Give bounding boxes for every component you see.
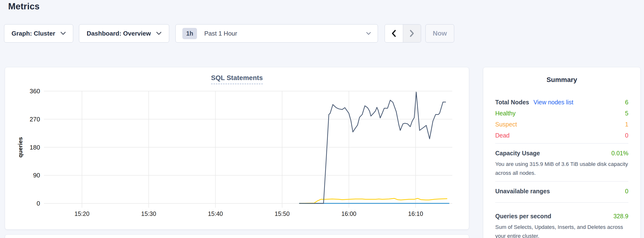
- now-button[interactable]: Now: [426, 24, 454, 43]
- view-nodes-list-link[interactable]: View nodes list: [534, 99, 573, 106]
- time-window-pager: [384, 24, 421, 43]
- queries-per-second-description: Sum of Selects, Updates, Inserts, and De…: [495, 223, 628, 238]
- queries-per-second-value: 328.9: [613, 213, 628, 220]
- healthy-nodes-row: Healthy 5: [495, 108, 628, 119]
- capacity-usage-value: 0.01%: [611, 150, 628, 157]
- chevron-left-icon: [391, 30, 396, 37]
- summary-title: Summary: [483, 76, 640, 84]
- svg-text:15:20: 15:20: [74, 210, 90, 217]
- queries-per-second-section: Queries per second 328.9 Sum of Selects,…: [495, 213, 628, 238]
- dead-label: Dead: [495, 132, 510, 139]
- svg-text:180: 180: [30, 144, 40, 151]
- svg-text:15:30: 15:30: [141, 210, 156, 217]
- sql-statements-line-chart[interactable]: 15:2015:3015:4015:5016:0016:100901802703…: [5, 67, 469, 230]
- chevron-right-icon: [409, 30, 414, 37]
- chevron-down-icon: [366, 32, 371, 35]
- previous-window-button[interactable]: [385, 25, 403, 42]
- dashboard-dropdown[interactable]: Dashboard: Overview: [79, 24, 169, 43]
- svg-text:16:00: 16:00: [342, 210, 356, 217]
- time-range-badge: 1h: [182, 28, 197, 39]
- time-range-label: Past 1 Hour: [204, 30, 237, 37]
- chevron-down-icon: [60, 32, 66, 35]
- total-nodes-row: Total Nodes View nodes list 6: [495, 97, 628, 108]
- capacity-usage-section: Capacity Usage 0.01% You are using 315.9…: [495, 150, 628, 177]
- summary-divider: [495, 202, 628, 203]
- now-button-label: Now: [432, 30, 447, 37]
- queries-per-second-label: Queries per second: [495, 213, 551, 220]
- next-chart-card-partial: [5, 234, 469, 238]
- total-nodes-value: 6: [625, 99, 628, 106]
- svg-text:0: 0: [37, 200, 40, 207]
- graph-scope-dropdown[interactable]: Graph: Cluster: [4, 24, 73, 43]
- total-nodes-label: Total Nodes: [495, 99, 529, 106]
- dead-nodes-row: Dead 0: [495, 130, 628, 141]
- svg-text:90: 90: [33, 172, 40, 179]
- node-status-list: Total Nodes View nodes list 6 Healthy 5 …: [495, 97, 628, 141]
- page-title: Metrics: [8, 2, 40, 12]
- graph-scope-dropdown-label: Graph: Cluster: [12, 30, 55, 37]
- capacity-usage-description: You are using 315.9 MiB of 3.6 TiB usabl…: [495, 160, 628, 177]
- capacity-usage-label: Capacity Usage: [495, 150, 540, 157]
- svg-text:360: 360: [30, 87, 40, 95]
- dashboard-dropdown-label: Dashboard: Overview: [86, 30, 151, 37]
- chevron-down-icon: [156, 32, 162, 35]
- sql-statements-chart-card: SQL Statements 15:2015:3015:4015:5016:00…: [5, 67, 469, 229]
- suspect-label: Suspect: [495, 121, 517, 128]
- svg-text:16:10: 16:10: [408, 210, 423, 217]
- suspect-value: 1: [625, 121, 628, 128]
- healthy-value: 5: [625, 110, 628, 117]
- dead-value: 0: [625, 132, 628, 139]
- summary-panel: Summary Total Nodes View nodes list 6 He…: [483, 67, 641, 238]
- healthy-label: Healthy: [495, 110, 516, 117]
- next-window-button[interactable]: [403, 25, 421, 42]
- svg-text:270: 270: [30, 116, 40, 123]
- suspect-nodes-row: Suspect 1: [495, 119, 628, 130]
- svg-text:15:50: 15:50: [275, 210, 290, 217]
- svg-text:15:40: 15:40: [208, 210, 223, 217]
- summary-divider: [495, 143, 628, 144]
- unavailable-ranges-value: 0: [625, 188, 628, 195]
- unavailable-ranges-label: Unavailable ranges: [495, 188, 550, 195]
- metrics-toolbar: Graph: Cluster Dashboard: Overview 1h Pa…: [4, 24, 454, 43]
- time-range-selector[interactable]: 1h Past 1 Hour: [176, 24, 378, 43]
- svg-text:queries: queries: [17, 137, 24, 158]
- unavailable-ranges-section: Unavailable ranges 0: [495, 188, 628, 195]
